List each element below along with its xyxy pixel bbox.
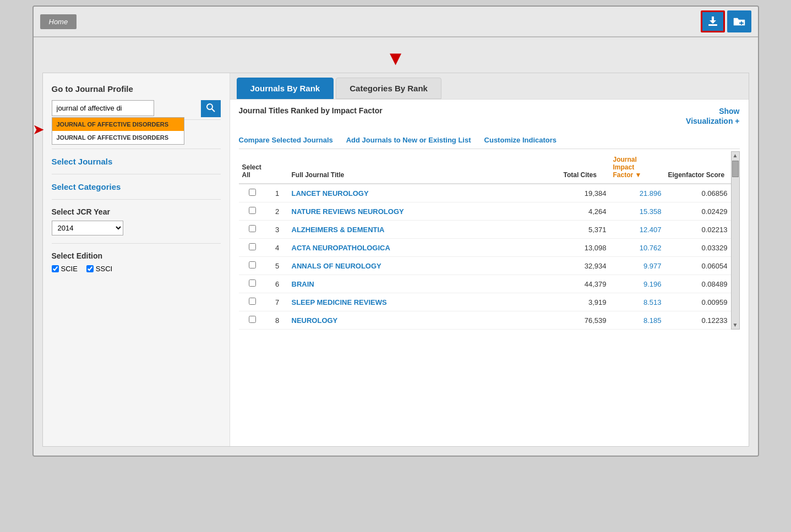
scroll-thumb[interactable] xyxy=(732,161,739,177)
row-rank: 8 xyxy=(266,311,288,330)
col-full-journal-title: Full Journal Title xyxy=(288,151,560,184)
sidebar-go-to-journal-title: Go to Journal Profile xyxy=(52,84,221,94)
row-impact-factor: 8.513 xyxy=(610,293,665,311)
customize-indicators-link[interactable]: Customize Indicators xyxy=(484,136,557,144)
table-row: 6 BRAIN 44,379 9.196 0.08489 xyxy=(239,275,731,293)
row-journal-title[interactable]: NEUROLOGY xyxy=(288,311,560,330)
scroll-up-arrow[interactable]: ▲ xyxy=(733,153,738,158)
row-journal-title[interactable]: BRAIN xyxy=(288,275,560,293)
jcr-year-label: Select JCR Year xyxy=(52,207,221,216)
journal-search-input[interactable] xyxy=(52,100,154,116)
row-total-cites: 32,934 xyxy=(560,257,610,275)
row-checkbox-3[interactable] xyxy=(249,243,256,250)
row-journal-title[interactable]: Alzheimers & Dementia xyxy=(288,221,560,239)
autocomplete-item-1[interactable]: JOURNAL OF AFFECTIVE DISORDERS xyxy=(52,118,184,131)
row-journal-title[interactable]: ANNALS OF NEUROLOGY xyxy=(288,257,560,275)
autocomplete-dropdown: ➤ JOURNAL OF AFFECTIVE DISORDERS JOURNAL… xyxy=(52,117,184,145)
row-impact-factor: 8.185 xyxy=(610,311,665,330)
svg-rect-5 xyxy=(739,23,744,24)
jcr-year-select[interactable]: 2014 2013 2012 2011 xyxy=(52,221,123,235)
table-row: 2 Nature Reviews Neurology 4,264 15.358 … xyxy=(239,202,731,221)
edition-scie-label[interactable]: SCIE xyxy=(52,265,78,273)
table-row: 4 ACTA NEUROPATHOLOGICA 13,098 10.762 0.… xyxy=(239,239,731,257)
edition-scie-checkbox[interactable] xyxy=(52,265,59,272)
row-eigenfactor-score: 0.02213 xyxy=(665,221,731,239)
row-checkbox-cell xyxy=(239,184,266,202)
tab-categories-by-rank[interactable]: Categories By Rank xyxy=(336,78,441,99)
row-checkbox-2[interactable] xyxy=(249,225,256,232)
row-checkbox-6[interactable] xyxy=(249,298,256,305)
row-impact-factor: 15.358 xyxy=(610,202,665,221)
edition-checkboxes: SCIE SSCI xyxy=(52,265,221,273)
row-journal-title[interactable]: SLEEP MEDICINE REVIEWS xyxy=(288,293,560,311)
select-categories-section: Select Categories xyxy=(52,174,221,199)
row-checkbox-cell xyxy=(239,293,266,311)
home-button[interactable]: Home xyxy=(40,14,77,29)
row-checkbox-1[interactable] xyxy=(249,207,256,214)
select-categories-link[interactable]: Select Categories xyxy=(52,182,221,191)
edition-ssci-label[interactable]: SSCI xyxy=(86,265,112,273)
col-impact-factor[interactable]: JournalImpactFactor ▼ xyxy=(610,151,665,184)
journal-table: SelectAll Full Journal Title Total Cites… xyxy=(239,151,731,330)
table-container: SelectAll Full Journal Title Total Cites… xyxy=(239,151,731,330)
row-total-cites: 4,264 xyxy=(560,202,610,221)
left-arrow-icon: ➤ xyxy=(32,122,45,136)
edition-ssci-text: SSCI xyxy=(96,265,112,273)
row-checkbox-5[interactable] xyxy=(249,279,256,287)
edition-scie-text: SCIE xyxy=(61,265,78,273)
row-checkbox-4[interactable] xyxy=(249,261,256,268)
row-journal-title[interactable]: Nature Reviews Neurology xyxy=(288,202,560,221)
row-total-cites: 5,371 xyxy=(560,221,610,239)
row-eigenfactor-score: 0.06054 xyxy=(665,257,731,275)
row-eigenfactor-score: 0.02429 xyxy=(665,202,731,221)
row-journal-title[interactable]: LANCET NEUROLOGY xyxy=(288,184,560,202)
row-checkbox-cell xyxy=(239,221,266,239)
add-folder-button[interactable] xyxy=(727,10,751,32)
tab-journals-by-rank[interactable]: Journals By Rank xyxy=(237,78,334,99)
journal-search-row: ➤ JOURNAL OF AFFECTIVE DISORDERS JOURNAL… xyxy=(52,100,221,117)
row-checkbox-cell xyxy=(239,239,266,257)
tabs-row: Journals By Rank Categories By Rank xyxy=(230,73,749,100)
add-journals-link[interactable]: Add Journals to New or Existing List xyxy=(346,136,471,144)
compare-journals-link[interactable]: Compare Selected Journals xyxy=(239,136,333,144)
row-checkbox-0[interactable] xyxy=(249,189,256,196)
row-total-cites: 76,539 xyxy=(560,311,610,330)
select-journals-section: Select Journals xyxy=(52,149,221,174)
row-checkbox-7[interactable] xyxy=(249,316,256,323)
folder-add-icon xyxy=(733,15,746,28)
journal-table-wrapper: SelectAll Full Journal Title Total Cites… xyxy=(239,151,740,330)
edition-label: Select Edition xyxy=(52,251,221,260)
show-visualization-button[interactable]: Show Visualization + xyxy=(686,106,739,126)
right-content: Journals By Rank Categories By Rank Jour… xyxy=(230,73,749,446)
row-rank: 6 xyxy=(266,275,288,293)
row-rank: 3 xyxy=(266,221,288,239)
row-eigenfactor-score: 0.00959 xyxy=(665,293,731,311)
search-button[interactable] xyxy=(201,100,221,117)
row-checkbox-cell xyxy=(239,275,266,293)
autocomplete-item-2[interactable]: JOURNAL OF AFFECTIVE DISORDERS xyxy=(52,131,184,144)
select-all-label: SelectAll xyxy=(242,163,261,179)
table-row: 1 LANCET NEUROLOGY 19,384 21.896 0.06856 xyxy=(239,184,731,202)
arrow-indicator-top: ▼ xyxy=(42,48,749,68)
col-select-all[interactable]: SelectAll xyxy=(239,151,266,184)
select-journals-link[interactable]: Select Journals xyxy=(52,157,221,166)
row-rank: 7 xyxy=(266,293,288,311)
row-rank: 4 xyxy=(266,239,288,257)
row-rank: 1 xyxy=(266,184,288,202)
down-arrow-icon: ▼ xyxy=(386,48,406,68)
row-checkbox-cell xyxy=(239,202,266,221)
row-impact-factor: 9.196 xyxy=(610,275,665,293)
row-journal-title[interactable]: ACTA NEUROPATHOLOGICA xyxy=(288,239,560,257)
sidebar: Go to Journal Profile ➤ JOURNAL OF AFFEC… xyxy=(43,73,230,446)
scrollbar[interactable]: ▲ ▼ xyxy=(731,151,740,330)
row-rank: 2 xyxy=(266,202,288,221)
table-row: 8 NEUROLOGY 76,539 8.185 0.12233 xyxy=(239,311,731,330)
download-icon xyxy=(707,15,719,28)
download-button[interactable] xyxy=(701,10,725,32)
row-eigenfactor-score: 0.12233 xyxy=(665,311,731,330)
row-checkbox-cell xyxy=(239,257,266,275)
scroll-down-arrow[interactable]: ▼ xyxy=(733,322,738,328)
row-impact-factor: 10.762 xyxy=(610,239,665,257)
edition-ssci-checkbox[interactable] xyxy=(86,265,94,272)
row-eigenfactor-score: 0.08489 xyxy=(665,275,731,293)
